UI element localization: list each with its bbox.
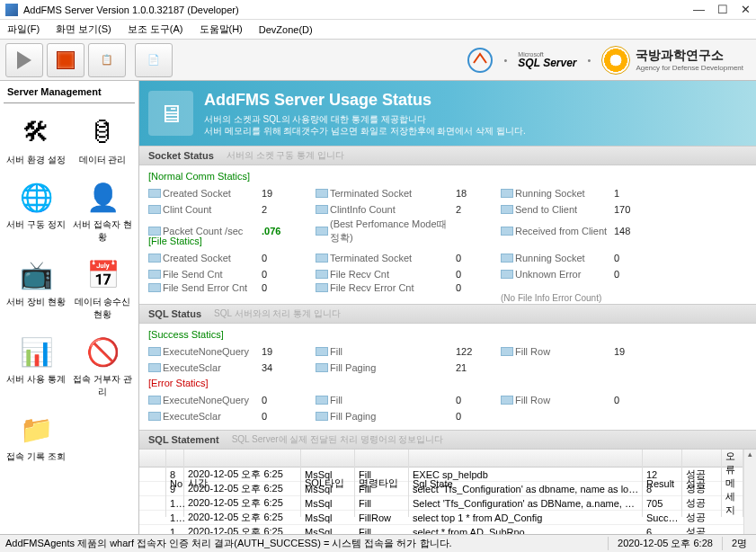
stat-icon: [316, 347, 328, 356]
sql-section-bar: SQL Status SQL 서버와의 처리 통계 입니다: [139, 304, 756, 324]
sql-stmt-label: SQL Statement: [148, 434, 219, 445]
sidebar-icon: 📊: [16, 332, 56, 371]
stat-label: File Send Error Cnt: [163, 282, 262, 293]
sql-status-sub: SQL 서버와의 처리 통계 입니다: [214, 307, 341, 320]
table-scrollbar[interactable]: ▴ ▾: [743, 450, 756, 534]
stat-label: ExecuteNoneQuery: [163, 346, 262, 357]
menu-view[interactable]: 화면 보기(S): [56, 22, 111, 36]
stat-icon: [148, 396, 161, 405]
stat-value: 21: [456, 362, 501, 373]
header-sub2: 서버 메모리를 위해 최대갯수가 넘으면 화일로 저장한후에 화면에서 삭제 됩…: [204, 125, 526, 137]
stat-value: 18: [456, 188, 501, 199]
sidebar-item-7[interactable]: 🚫접속 거부자 관리: [70, 328, 135, 402]
close-button[interactable]: ✕: [741, 3, 751, 16]
stat-label: ClintInfo Count: [330, 204, 456, 215]
sidebar-icon: 👤: [83, 177, 122, 217]
cell-success: 성공: [682, 496, 722, 510]
stat-icon: [316, 283, 328, 292]
stat-icon: [148, 189, 161, 198]
sidebar-icon: 🌐: [16, 177, 56, 217]
col-err[interactable]: 오류메세지: [722, 450, 743, 517]
no-file-note: (No File Info Error Count): [501, 293, 668, 303]
header-banner: 🖥 AddFMS Server Usage Status 서버의 소켓과 SQL…: [139, 81, 756, 146]
play-button[interactable]: [5, 43, 43, 77]
normal-comm-group: [Normal Comm Statics]: [148, 171, 747, 182]
socket-status-label: Socket Status: [148, 150, 214, 161]
stat-label: Unknown Error: [515, 269, 614, 280]
stat-value: 2: [262, 204, 316, 215]
stat-icon: [316, 189, 328, 198]
stat-row: Clint Count2ClintInfo Count2Send to Clie…: [148, 201, 747, 218]
socket-stats: [Normal Comm Statics] Created Socket19Te…: [139, 165, 756, 304]
stat-value: 34: [262, 362, 316, 373]
sidebar-item-1[interactable]: 🛢데이터 관리: [70, 109, 135, 170]
cell-time: 2020-12-05 오후 6:25: [184, 525, 301, 534]
sql-stmt-bar: SQL Statement SQL Server에 실제 전달된 처리 명령어의…: [139, 430, 756, 450]
stat-value: 0: [262, 395, 316, 405]
sidebar-item-0[interactable]: 🛠서버 환경 설정: [4, 109, 68, 170]
stat-label: Running Socket: [515, 253, 614, 263]
cell-state: Select 'Tfs_Configuration' as DBName, a.…: [409, 498, 643, 509]
menu-tools[interactable]: 보조 도구(A): [128, 22, 183, 36]
table-row[interactable]: 122020-12-05 오후 6:25MsSqlFillselect * fr…: [139, 525, 743, 534]
stat-row: Packet Count /sec.076(Best Perfomance Mo…: [148, 218, 747, 234]
sidebar-item-3[interactable]: 👤서버 접속자 현황: [70, 174, 135, 247]
stat-value: 0: [456, 269, 501, 280]
stat-icon: [316, 270, 328, 279]
sidebar-item-label: 접속 기록 조회: [6, 450, 66, 463]
cell-result: 6: [643, 527, 682, 535]
stat-value: 0: [614, 253, 668, 263]
clipboard-button[interactable]: 📋: [88, 43, 126, 77]
header-title: AddFMS Server Usage Status: [204, 91, 526, 110]
sidebar-item-label: 서버 장비 현황: [6, 296, 66, 308]
cell-sqltype: MsSql: [301, 469, 355, 480]
cell-no: 10: [166, 498, 184, 509]
menu-devzone[interactable]: DevZone(D): [259, 24, 313, 35]
menu-file[interactable]: 파일(F): [7, 22, 40, 36]
stat-icon: [316, 227, 328, 236]
minimize-button[interactable]: —: [693, 3, 705, 16]
stat-label: Fill: [330, 346, 456, 357]
addfms-logo: [467, 47, 494, 74]
stat-icon: [148, 205, 161, 214]
sidebar-icon: 🛠: [16, 112, 56, 152]
stat-icon: [148, 270, 161, 279]
menu-help[interactable]: 도움말(H): [200, 22, 243, 36]
error-statics-group: [Error Statics]: [148, 378, 747, 388]
cell-state: select top 1 * from AD_Config: [409, 512, 643, 523]
cell-cmdtype: Fill: [355, 469, 409, 480]
play-icon: [17, 51, 31, 69]
stat-label: Running Socket: [515, 188, 614, 199]
stat-value: 19: [614, 346, 668, 357]
stat-label: Fill: [330, 395, 456, 405]
cell-cmdtype: Fill: [355, 484, 409, 494]
table-header: No 시간 SQL타입 명령타입 Sql State Result 성공 오류메…: [139, 450, 743, 467]
stat-icon: [316, 205, 328, 214]
sidebar-item-4[interactable]: 📺서버 장비 현황: [4, 251, 68, 325]
table-row[interactable]: 112020-12-05 오후 6:25MsSqlFillRowselect t…: [139, 511, 743, 525]
sidebar-icon: 📺: [16, 254, 56, 294]
sidebar-item-2[interactable]: 🌐서버 구동 정지: [4, 174, 68, 247]
stat-label: (Best Perfomance Mode때 정확): [330, 218, 456, 245]
sql-stats: [Success Statics] ExecuteNoneQuery19Fill…: [139, 324, 756, 430]
cell-state: select * from AD_SubRno: [409, 527, 643, 535]
sidebar-item-6[interactable]: 📊서버 사용 통계: [4, 328, 68, 402]
sidebar-item-5[interactable]: 📅데이터 송수신 현황: [70, 251, 135, 325]
stat-value: 0: [262, 253, 316, 263]
stat-label: File Send Cnt: [163, 269, 262, 280]
maximize-button[interactable]: ☐: [717, 3, 728, 16]
stat-value: 19: [262, 188, 316, 199]
stop-icon: [57, 51, 75, 69]
sidebar-item-label: 서버 구동 정지: [6, 218, 66, 231]
stat-icon: [148, 254, 161, 263]
agency-name-kr: 국방과학연구소: [636, 48, 743, 64]
stat-label: Received from Client: [515, 226, 614, 236]
sidebar-item-label: 접속 거부자 관리: [72, 373, 133, 398]
separator-dot: •: [588, 55, 591, 66]
scroll-up-icon[interactable]: ▴: [748, 450, 752, 459]
sidebar-item-label: 데이터 관리: [79, 154, 127, 166]
stop-button[interactable]: [47, 43, 84, 77]
sidebar-item-8[interactable]: 📁접속 기록 조회: [4, 405, 68, 467]
report-button[interactable]: 📄: [135, 43, 173, 77]
cell-state: EXEC sp_helpdb: [409, 469, 643, 480]
